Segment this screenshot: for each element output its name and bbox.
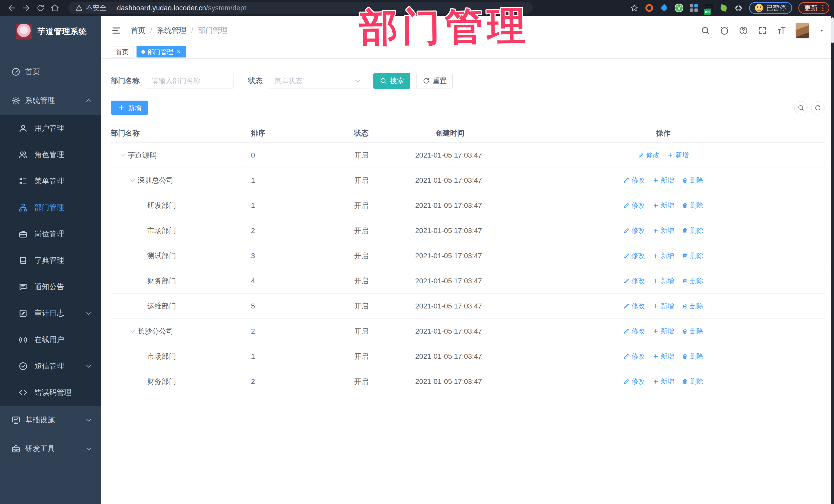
sidebar-item-8[interactable]: 通知公告 xyxy=(0,273,101,300)
action-link-修改[interactable]: 修改 xyxy=(623,201,645,210)
user-avatar[interactable] xyxy=(795,23,809,39)
ext-switch-icon[interactable]: on xyxy=(704,4,713,12)
refresh-table-button[interactable] xyxy=(811,101,825,114)
action-link-修改[interactable]: 修改 xyxy=(623,302,645,310)
ext-target-icon[interactable] xyxy=(645,4,654,12)
sidebar-item-10[interactable]: 在线用户 xyxy=(0,326,101,353)
action-link-修改[interactable]: 修改 xyxy=(623,176,645,185)
sidebar-item-6[interactable]: 岗位管理 xyxy=(0,221,101,247)
action-link-删除[interactable]: 删除 xyxy=(682,377,703,386)
browser-reload-button[interactable] xyxy=(34,2,48,14)
sidebar-item-4[interactable]: 菜单管理 xyxy=(0,168,101,194)
status-cell: 开启 xyxy=(354,276,415,286)
action-link-新增[interactable]: 新增 xyxy=(653,302,674,310)
action-link-删除[interactable]: 删除 xyxy=(682,226,703,235)
table-row-4[interactable]: 测试部门3开启2021-01-05 17:03:47修改新增删除 xyxy=(111,243,825,268)
avatar-caret-down-icon[interactable] xyxy=(819,27,825,34)
page-scrollbar-thumb[interactable] xyxy=(831,18,834,43)
created-time-cell: 2021-01-05 17:03:47 xyxy=(415,151,559,159)
table-row-8[interactable]: 市场部门1开启2021-01-05 17:03:47修改新增删除 xyxy=(111,344,825,369)
toggle-search-button[interactable] xyxy=(794,101,808,114)
action-link-删除[interactable]: 删除 xyxy=(682,201,703,210)
browser-forward-button[interactable] xyxy=(19,2,34,14)
action-link-修改[interactable]: 修改 xyxy=(623,377,645,386)
help-question-icon[interactable] xyxy=(739,26,748,36)
page-scrollbar[interactable] xyxy=(831,16,834,504)
action-link-删除[interactable]: 删除 xyxy=(682,277,703,285)
tree-expand-chevron-icon[interactable] xyxy=(129,328,136,335)
app-logo-row[interactable]: 芋道管理系统 xyxy=(0,16,101,47)
breadcrumb-item-0[interactable]: 首页 xyxy=(131,25,146,36)
action-link-新增[interactable]: 新增 xyxy=(653,377,674,386)
table-row-6[interactable]: 运维部门5开启2021-01-05 17:03:47修改新增删除 xyxy=(111,293,825,319)
table-row-7[interactable]: 长沙分公司2开启2021-01-05 17:03:47修改新增删除 xyxy=(111,319,825,344)
table-row-0[interactable]: 芋道源码0开启2021-01-05 17:03:47修改新增 xyxy=(111,143,825,168)
breadcrumb-item-1[interactable]: 系统管理 xyxy=(157,25,186,36)
dept-name-cell: 财务部门 xyxy=(147,276,176,286)
sidebar-item-2[interactable]: 用户管理 xyxy=(0,115,101,141)
ext-leaf-icon[interactable] xyxy=(719,4,728,12)
action-link-删除[interactable]: 删除 xyxy=(682,352,703,361)
browser-home-button[interactable] xyxy=(48,2,62,14)
action-link-新增[interactable]: 新增 xyxy=(653,201,674,210)
action-link-新增[interactable]: 新增 xyxy=(653,352,674,361)
sidebar-item-11[interactable]: 短信管理 xyxy=(0,353,101,379)
tab-0[interactable]: 首页 xyxy=(111,46,133,58)
sidebar-item-14[interactable]: 研发工具 xyxy=(0,435,101,463)
extensions-puzzle-icon[interactable] xyxy=(734,4,743,12)
action-link-删除[interactable]: 删除 xyxy=(682,302,703,310)
bookmark-star-icon[interactable] xyxy=(630,4,639,12)
status-select[interactable]: 菜单状态 xyxy=(269,73,367,89)
browser-back-button[interactable] xyxy=(5,2,19,14)
table-row-9[interactable]: 财务部门2开启2021-01-05 17:03:47修改新增删除 xyxy=(111,369,825,394)
action-link-修改[interactable]: 修改 xyxy=(623,277,645,285)
sidebar-item-13[interactable]: 基础设施 xyxy=(0,406,101,435)
table-row-2[interactable]: 研发部门1开启2021-01-05 17:03:47修改新增删除 xyxy=(111,193,825,218)
profile-paused-pill[interactable]: 已暂停 xyxy=(749,2,792,14)
sidebar-item-12[interactable]: 错误码管理 xyxy=(0,379,101,406)
action-link-修改[interactable]: 修改 xyxy=(638,151,659,160)
table-row-3[interactable]: 市场部门2开启2021-01-05 17:03:47修改新增删除 xyxy=(111,218,825,243)
browser-update-button[interactable]: 更新 xyxy=(798,2,829,14)
fullscreen-icon[interactable] xyxy=(758,26,767,36)
action-link-删除[interactable]: 删除 xyxy=(682,327,703,336)
action-link-新增[interactable]: 新增 xyxy=(653,251,674,260)
header-search-icon[interactable] xyxy=(701,26,710,36)
sidebar-item-1[interactable]: 系统管理 xyxy=(0,86,101,115)
action-link-修改[interactable]: 修改 xyxy=(623,226,645,235)
tree-expand-chevron-icon[interactable] xyxy=(119,152,126,159)
dept-name-input[interactable] xyxy=(146,73,234,89)
action-link-删除[interactable]: 删除 xyxy=(682,251,703,260)
github-icon[interactable] xyxy=(720,26,729,36)
sidebar-item-3[interactable]: 角色管理 xyxy=(0,141,101,168)
table-row-1[interactable]: 深圳总公司1开启2021-01-05 17:03:47修改新增删除 xyxy=(111,168,825,193)
sidebar-item-7[interactable]: 字典管理 xyxy=(0,247,101,273)
action-link-修改[interactable]: 修改 xyxy=(623,327,645,336)
add-plus-icon xyxy=(118,104,125,111)
action-link-新增[interactable]: 新增 xyxy=(653,327,674,336)
sidebar-item-5[interactable]: 部门管理 xyxy=(0,194,101,221)
font-size-icon[interactable] xyxy=(776,26,786,36)
action-link-新增[interactable]: 新增 xyxy=(653,226,674,235)
ext-drop-icon[interactable] xyxy=(660,4,668,12)
sidebar-item-9[interactable]: 审计日志 xyxy=(0,300,101,326)
action-link-删除[interactable]: 删除 xyxy=(682,176,703,185)
tab-close-icon[interactable] xyxy=(176,49,181,54)
action-link-修改[interactable]: 修改 xyxy=(623,251,645,260)
add-button[interactable]: 新增 xyxy=(111,101,148,115)
sidebar-toggle-hamburger-icon[interactable] xyxy=(111,25,122,36)
tab-1[interactable]: 部门管理 xyxy=(136,46,186,58)
ext-grid-icon[interactable] xyxy=(689,4,698,12)
action-link-新增[interactable]: 新增 xyxy=(653,176,674,185)
action-link-新增[interactable]: 新增 xyxy=(667,151,689,160)
browser-menu-dots-icon[interactable] xyxy=(822,5,824,11)
search-button[interactable]: 搜索 xyxy=(373,73,410,89)
action-link-新增[interactable]: 新增 xyxy=(653,277,674,285)
ext-v-icon[interactable]: V xyxy=(675,4,683,12)
reset-button[interactable]: 重置 xyxy=(416,73,453,89)
action-link-修改[interactable]: 修改 xyxy=(623,352,645,361)
sidebar-item-0[interactable]: 首页 xyxy=(0,58,101,86)
table-row-5[interactable]: 财务部门4开启2021-01-05 17:03:47修改新增删除 xyxy=(111,268,825,293)
select-chevron-down-icon xyxy=(355,78,361,84)
tree-expand-chevron-icon[interactable] xyxy=(129,177,136,184)
